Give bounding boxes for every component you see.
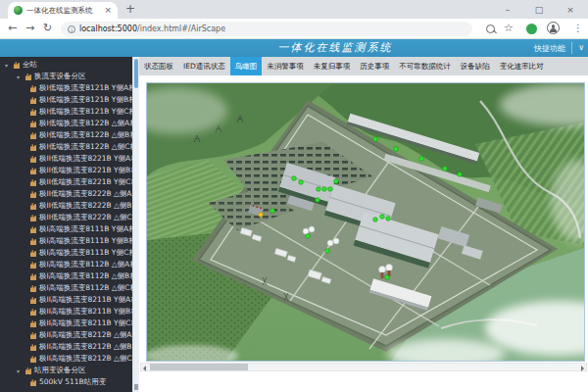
tree-item[interactable]: 极I低端换流变8122B △侧C相 — [0, 141, 132, 153]
status-dot[interactable] — [458, 172, 463, 177]
site-info-icon[interactable]: i — [68, 25, 75, 33]
status-dot[interactable] — [380, 215, 385, 220]
tree-item[interactable]: 极II高端换流变8211B Y侧A相 — [0, 294, 132, 306]
app-header: 一体化在线监测系统 快捷功能 ∨ — [0, 39, 588, 57]
tree-item[interactable]: 极II低端换流变8222B △侧C相 — [0, 212, 132, 223]
status-dot[interactable] — [325, 249, 330, 254]
status-dot[interactable] — [386, 217, 391, 221]
tree-item[interactable]: 极I高端换流变8112B △侧C相 — [0, 282, 132, 294]
tab-7[interactable]: 不可靠数据统计 — [394, 57, 456, 75]
device-tree: ▾全站▾换流变设备分区极I低端换流变8121B Y侧A相极I低端换流变8121B… — [0, 57, 132, 392]
tree-item[interactable]: 极I低端换流变8121B Y侧B相 — [0, 94, 132, 106]
device-icon — [29, 272, 37, 280]
status-dot[interactable] — [419, 157, 424, 162]
tab-4[interactable]: 未消警事项 — [262, 57, 309, 75]
tree-item[interactable]: 极II高端换流变8212B △侧C相 — [0, 353, 132, 365]
back-button[interactable]: ← — [8, 22, 17, 34]
tree-item[interactable]: ▾全站 — [0, 59, 132, 71]
tree-item[interactable]: 极I低端换流变8122B △侧B相 — [0, 129, 132, 141]
profile-avatar-icon[interactable] — [547, 22, 560, 34]
tree-item[interactable]: 极II高端换流变8211B Y侧C相 — [0, 318, 132, 329]
tree-item[interactable]: 极II高端换流变8211B Y侧B相 — [0, 306, 132, 318]
zoom-icon[interactable] — [486, 24, 495, 33]
status-dot[interactable] — [299, 180, 304, 185]
tree-item-label: 极I高端换流变8112B △侧B相 — [39, 271, 132, 281]
aerial-view-panel[interactable] — [146, 82, 585, 362]
tree-item-label: 极II高端换流变8212B △侧B相 — [39, 342, 132, 352]
status-dot[interactable] — [292, 176, 297, 181]
tree-item[interactable]: 极I低端换流变8122B △侧A相 — [0, 118, 132, 129]
tree-item[interactable]: 极I低端换流变8121B Y侧A相 — [0, 82, 132, 94]
tree-item[interactable]: ▾站用变设备分区 — [0, 365, 132, 376]
tree-item[interactable]: 500kV 511B站用变 — [0, 376, 132, 388]
extension-icon[interactable] — [526, 24, 537, 34]
device-icon — [29, 167, 37, 174]
browser-tab[interactable]: 一体化在线监测系统 × — [8, 2, 118, 19]
url-path: /index.html#/AirScape — [137, 24, 225, 33]
status-dot[interactable] — [443, 167, 448, 172]
tree-item[interactable]: 极II高端换流变8212B △侧B相 — [0, 341, 132, 353]
tab-5[interactable]: 未复归事项 — [309, 57, 356, 75]
tree-item[interactable]: 极I高端换流变8112B △侧A相 — [0, 259, 132, 270]
tree-item-label: 极II高端换流变8212B △侧C相 — [39, 354, 132, 364]
tree-item[interactable]: 极II高端换流变8212B △侧A相 — [0, 329, 132, 341]
forward-button[interactable]: → — [25, 22, 34, 34]
status-dot[interactable] — [317, 187, 321, 192]
scrollbar-thumb[interactable] — [150, 364, 248, 370]
tree-item[interactable]: 极II低端换流变8221B Y侧B相 — [0, 165, 132, 176]
scroll-left-icon[interactable] — [143, 366, 146, 371]
horizontal-scrollbar[interactable] — [140, 363, 587, 371]
close-button[interactable]: × — [559, 5, 582, 15]
tab-3[interactable]: 鸟瞰图 — [230, 57, 263, 75]
tree-item[interactable]: 极II低端换流变8221B Y侧A相 — [0, 153, 132, 165]
bookmark-star-icon[interactable]: ☆ — [504, 22, 514, 34]
url-bar[interactable]: i localhost:5000/index.html#/AirScape — [61, 22, 472, 36]
tree-item[interactable]: 极II低端换流变8222B △侧B相 — [0, 200, 132, 212]
sidebar-scrollbar[interactable] — [132, 57, 139, 392]
tab-9[interactable]: 变化速率比对 — [495, 57, 549, 75]
tree-item[interactable]: 极I低端换流变8121B Y侧C相 — [0, 106, 132, 118]
tree-item-label: 极I低端换流变8122B △侧A相 — [39, 119, 132, 128]
tree-item[interactable]: 极I高端换流变8112B △侧B相 — [0, 270, 132, 282]
caret-down-icon[interactable]: ▾ — [5, 62, 13, 69]
caret-down-icon[interactable]: ▾ — [17, 74, 24, 80]
tree-item-label: 极I低端换流变8121B Y侧C相 — [39, 107, 132, 117]
status-dot[interactable] — [328, 187, 333, 192]
tree-item-label: 站用变设备分区 — [34, 366, 86, 375]
tab-6[interactable]: 历史事项 — [355, 57, 394, 75]
device-icon — [29, 319, 37, 327]
browser-menu-icon[interactable]: ⋮ — [573, 23, 583, 33]
tree-item[interactable]: 极II低端换流变8221B Y侧C相 — [0, 176, 132, 188]
tree-item[interactable]: 极I高端换流变8111B Y侧A相 — [0, 223, 132, 235]
maximize-button[interactable]: □ — [527, 5, 551, 15]
status-dot[interactable] — [322, 187, 327, 192]
status-dot[interactable] — [334, 179, 339, 184]
caret-down-icon[interactable]: ▾ — [17, 368, 24, 374]
status-dot[interactable] — [270, 209, 275, 214]
minimize-button[interactable]: – — [496, 5, 519, 15]
status-dot[interactable] — [394, 147, 399, 152]
reload-button[interactable]: ↻ — [43, 22, 52, 34]
tree-item[interactable]: 极I高端换流变8111B Y侧B相 — [0, 235, 132, 247]
status-dot[interactable] — [385, 275, 390, 280]
tab-1[interactable]: 状态面板 — [139, 57, 178, 75]
tree-item[interactable]: 极I高端换流变8111B Y侧C相 — [0, 247, 132, 259]
device-icon — [29, 190, 37, 198]
scrollbar-thumb[interactable] — [134, 59, 138, 88]
status-dot[interactable] — [316, 198, 320, 203]
status-dot[interactable] — [373, 137, 378, 142]
chevron-down-icon[interactable]: ∨ — [578, 43, 584, 52]
status-dot[interactable] — [306, 234, 311, 239]
scrollbar-down-button[interactable] — [134, 384, 138, 390]
tree-item[interactable]: 极II低端换流变8222B △侧A相 — [0, 188, 132, 200]
status-dot[interactable] — [259, 213, 264, 218]
close-tab-icon[interactable]: × — [104, 6, 112, 15]
tree-item-label: 全站 — [23, 60, 37, 70]
quick-functions-button[interactable]: 快捷功能 — [534, 43, 565, 54]
tab-8[interactable]: 设备缺陷 — [456, 57, 495, 75]
status-dot[interactable] — [373, 218, 378, 222]
scroll-right-icon[interactable] — [581, 366, 584, 371]
tab-2[interactable]: IED通讯状态 — [178, 57, 230, 75]
tree-item[interactable]: ▾换流变设备分区 — [0, 71, 132, 82]
new-tab-button[interactable]: + — [125, 2, 135, 16]
